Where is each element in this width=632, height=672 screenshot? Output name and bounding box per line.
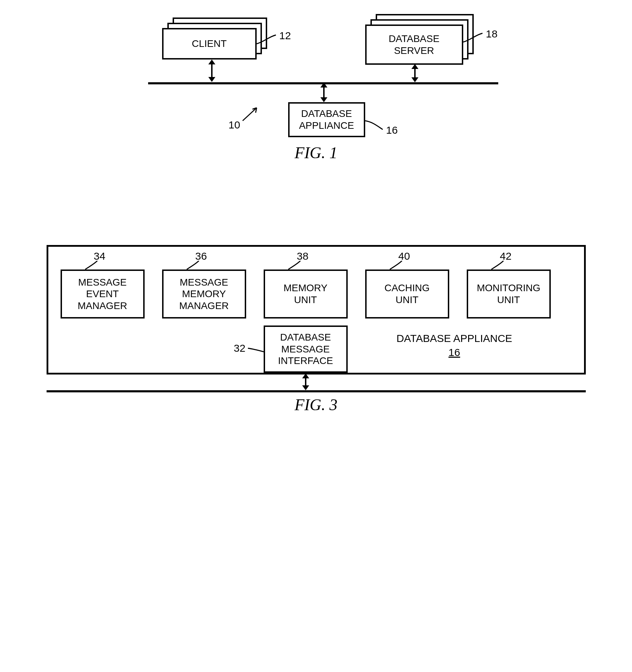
msg-event-mgr-box: MESSAGE EVENT MANAGER: [61, 270, 145, 318]
dmi-ref: 32: [234, 342, 245, 354]
server-ref: 18: [486, 28, 498, 40]
appliance-bus-arrow: [323, 87, 325, 98]
fig3-caption: FIG. 3: [36, 396, 596, 414]
caching-unit-ref: 40: [398, 250, 410, 262]
monitoring-unit-ref: 42: [500, 250, 512, 262]
figure-1: CLIENT 12 DATABASE SERVER 18 DATABASE AP…: [124, 14, 509, 161]
msg-event-mgr-leader: [85, 261, 99, 271]
appliance-ref: 16: [386, 124, 398, 136]
fig3-dmi-arrow: [305, 378, 306, 386]
system-ref: 10: [229, 119, 240, 131]
msg-event-mgr-label: MESSAGE EVENT MANAGER: [78, 276, 127, 312]
caching-unit-leader: [390, 261, 404, 271]
msg-mem-mgr-label: MESSAGE MEMORY MANAGER: [179, 276, 229, 312]
memory-unit-leader: [288, 261, 302, 271]
dmi-box: DATABASE MESSAGE INTERFACE: [264, 326, 348, 373]
client-label: CLIENT: [192, 38, 227, 50]
dmi-leader: [248, 345, 264, 354]
appliance-box: DATABASE APPLIANCE: [288, 102, 365, 137]
fig1-caption: FIG. 1: [124, 144, 509, 162]
system-ref-arrow: [241, 105, 262, 122]
client-box: CLIENT: [162, 28, 257, 59]
figure-3: MESSAGE EVENT MANAGER 34 MESSAGE MEMORY …: [36, 231, 596, 413]
monitoring-unit-box: MONITORING UNIT: [467, 270, 551, 318]
server-leader: [463, 31, 484, 46]
client-ref: 12: [279, 30, 291, 42]
client-leader: [257, 33, 278, 47]
memory-unit-ref: 38: [297, 250, 308, 262]
msg-mem-mgr-leader: [187, 261, 201, 271]
fig3-bus: [47, 390, 586, 392]
memory-unit-box: MEMORY UNIT: [264, 270, 348, 318]
caching-unit-box: CACHING UNIT: [365, 270, 449, 318]
server-label: DATABASE SERVER: [389, 33, 439, 56]
msg-mem-mgr-ref: 36: [195, 250, 207, 262]
appliance-frame-label: DATABASE APPLIANCE 16: [393, 332, 516, 358]
client-bus-arrow: [211, 64, 213, 78]
server-bus-arrow: [414, 68, 416, 78]
appliance-leader: [365, 119, 384, 131]
caching-unit-label: CACHING UNIT: [384, 282, 430, 306]
monitoring-unit-leader: [491, 261, 505, 271]
appliance-frame-label-text: DATABASE APPLIANCE: [393, 332, 516, 344]
appliance-frame-ref: 16: [449, 346, 460, 358]
dmi-label: DATABASE MESSAGE INTERFACE: [278, 331, 333, 367]
memory-unit-label: MEMORY UNIT: [284, 282, 328, 306]
appliance-label: DATABASE APPLIANCE: [299, 108, 354, 131]
msg-mem-mgr-box: MESSAGE MEMORY MANAGER: [162, 270, 246, 318]
msg-event-mgr-ref: 34: [94, 250, 105, 262]
server-box: DATABASE SERVER: [365, 24, 463, 65]
monitoring-unit-label: MONITORING UNIT: [477, 282, 540, 306]
